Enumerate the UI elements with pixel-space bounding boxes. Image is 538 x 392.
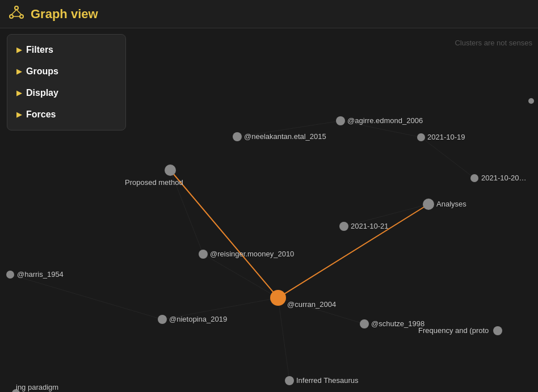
sidebar-item-groups[interactable]: ▶ Groups	[7, 61, 125, 82]
svg-point-1	[10, 15, 13, 18]
node-date-2021-10-20[interactable]	[470, 174, 478, 182]
node-frequency-proto[interactable]	[493, 326, 502, 335]
node-curran-2004[interactable]	[270, 290, 286, 306]
node-neelakantan-2015[interactable]	[233, 132, 242, 141]
clusters-label: Clusters are not senses	[455, 39, 532, 47]
svg-line-8	[421, 137, 474, 178]
graph-icon	[9, 5, 24, 23]
svg-line-3	[11, 10, 16, 15]
svg-line-15	[10, 275, 162, 319]
node-date-2021-10-19[interactable]	[417, 133, 425, 141]
svg-line-14	[170, 170, 203, 254]
sidebar-item-display[interactable]: ▶ Display	[7, 82, 125, 104]
svg-point-0	[15, 6, 18, 10]
node-agirre-2006[interactable]	[336, 116, 345, 125]
sidebar-item-forces[interactable]: ▶ Forces	[7, 104, 125, 125]
node-schutze-1998[interactable]	[360, 319, 369, 328]
svg-line-11	[162, 298, 278, 319]
sidebar-item-label: Filters	[26, 45, 53, 55]
sidebar-item-filters[interactable]: ▶ Filters	[7, 39, 125, 61]
sidebar-item-label: Groups	[26, 66, 58, 77]
node-date-2021-10-21[interactable]	[339, 222, 348, 231]
svg-line-7	[341, 121, 421, 137]
sidebar-item-label: Display	[26, 88, 58, 98]
chevron-right-icon: ▶	[16, 89, 22, 97]
svg-point-2	[20, 15, 23, 18]
sidebar-panel: ▶ Filters▶ Groups▶ Display▶ Forces	[7, 34, 126, 130]
node-reisinger-2010[interactable]	[199, 250, 208, 259]
sidebar-item-label: Forces	[26, 109, 56, 120]
node-dot-top-right[interactable]	[528, 98, 534, 104]
node-harris-1954[interactable]	[6, 271, 14, 279]
svg-line-12	[278, 298, 289, 381]
chevron-right-icon: ▶	[16, 46, 22, 54]
node-inferred-thesaurus[interactable]	[285, 376, 294, 385]
chevron-right-icon: ▶	[16, 111, 22, 119]
svg-line-10	[278, 298, 364, 324]
header: Graph view	[0, 0, 538, 28]
svg-line-9	[203, 254, 278, 298]
node-proposed-method[interactable]	[165, 165, 176, 176]
page-title: Graph view	[31, 7, 98, 22]
node-analyses[interactable]	[423, 199, 434, 210]
svg-line-4	[16, 10, 22, 15]
node-nietopina-2019[interactable]	[158, 315, 167, 324]
chevron-right-icon: ▶	[16, 68, 22, 75]
svg-line-6	[238, 121, 341, 137]
svg-line-13	[344, 204, 428, 226]
